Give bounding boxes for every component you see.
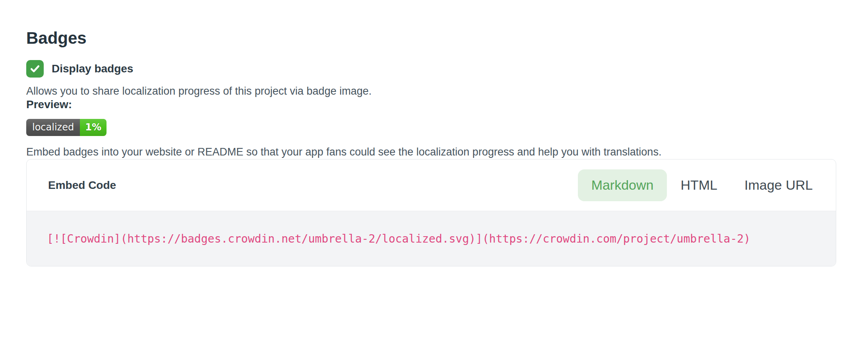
localization-badge: localized 1% bbox=[26, 119, 107, 136]
badge-value: 1% bbox=[80, 119, 107, 136]
badges-description: Allows you to share localization progres… bbox=[26, 84, 842, 98]
embed-code-text: [![Crowdin](https://badges.crowdin.net/u… bbox=[47, 232, 750, 245]
tab-image-url[interactable]: Image URL bbox=[731, 169, 826, 201]
embed-code-format-tabs: Markdown HTML Image URL bbox=[578, 169, 826, 201]
page-title: Badges bbox=[26, 28, 842, 49]
embed-code-title: Embed Code bbox=[48, 179, 116, 192]
display-badges-checkbox[interactable] bbox=[26, 60, 44, 78]
embed-code-body: [![Crowdin](https://badges.crowdin.net/u… bbox=[27, 211, 836, 266]
preview-label: Preview: bbox=[26, 98, 842, 111]
tab-html[interactable]: HTML bbox=[667, 169, 731, 201]
embed-hint-text: Embed badges into your website or README… bbox=[26, 145, 842, 159]
display-badges-label: Display badges bbox=[52, 62, 133, 75]
checkmark-icon bbox=[29, 63, 41, 74]
embed-code-card-header: Embed Code Markdown HTML Image URL bbox=[27, 159, 836, 211]
badges-settings-section: Badges Display badges Allows you to shar… bbox=[0, 0, 868, 266]
badge-label: localized bbox=[26, 119, 80, 136]
display-badges-row: Display badges bbox=[26, 60, 842, 78]
embed-code-card: Embed Code Markdown HTML Image URL [![Cr… bbox=[26, 159, 836, 266]
embed-code-snippet[interactable]: [![Crowdin](https://badges.crowdin.net/u… bbox=[47, 232, 750, 245]
tab-markdown[interactable]: Markdown bbox=[578, 169, 667, 201]
